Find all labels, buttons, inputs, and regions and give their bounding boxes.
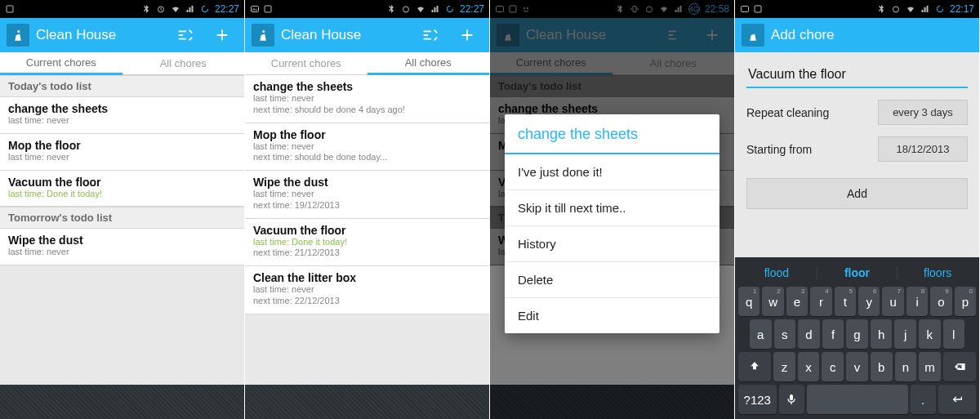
key-u[interactable]: u7 <box>882 287 903 316</box>
key-g[interactable]: g <box>846 319 868 349</box>
key-j[interactable]: j <box>894 319 916 349</box>
list-item[interactable]: Wipe the dust last time: never next time… <box>245 171 489 219</box>
key-z[interactable]: z <box>773 352 795 381</box>
tab-all[interactable]: All chores <box>368 52 490 75</box>
chore-name-input[interactable] <box>746 64 968 88</box>
key-w[interactable]: w2 <box>762 287 783 316</box>
list-item[interactable]: Mop the floor last time: never <box>0 134 244 171</box>
list-item[interactable]: Vacuum the floor last time: Done it toda… <box>0 171 244 207</box>
status-clock: 22:27 <box>460 3 484 15</box>
dialog-option-edit[interactable]: Edit <box>505 298 719 333</box>
tab-current[interactable]: Current chores <box>0 52 122 75</box>
dialog-title: change the sheets <box>505 114 719 154</box>
image-icon <box>250 4 260 14</box>
screen-add-chore: 22:17 Add chore Repeat cleaning every 3 … <box>735 0 980 419</box>
key-r[interactable]: r4 <box>810 287 831 316</box>
app-icon <box>252 24 274 47</box>
key-a[interactable]: a <box>750 319 772 349</box>
list-item[interactable]: change the sheets last time: never <box>0 97 244 134</box>
dialog-option-delete[interactable]: Delete <box>505 262 719 298</box>
dialog-option-done[interactable]: I've just done it! <box>505 154 719 190</box>
key-backspace[interactable] <box>943 352 976 381</box>
chore-list: Today's todo list change the sheets last… <box>0 75 244 265</box>
bluetooth-icon <box>141 4 151 14</box>
key-shift[interactable] <box>738 352 771 381</box>
suggestion[interactable]: floor <box>817 266 898 279</box>
submit-button[interactable]: Add <box>746 178 968 209</box>
key-f[interactable]: f <box>822 319 844 349</box>
key-symbols[interactable]: ?123 <box>738 385 777 414</box>
settings-button[interactable] <box>169 18 200 52</box>
repeat-picker[interactable]: every 3 days <box>878 100 968 125</box>
key-mic[interactable] <box>779 385 804 414</box>
key-space[interactable] <box>807 385 908 414</box>
status-bar: 22:27 <box>245 0 489 18</box>
key-x[interactable]: x <box>798 352 820 381</box>
key-q[interactable]: q1 <box>738 287 760 316</box>
action-bar: Clean House <box>245 18 489 52</box>
page-title: Add chore <box>771 27 973 43</box>
key-e[interactable]: e3 <box>786 287 808 316</box>
suggestion[interactable]: floors <box>898 266 978 279</box>
key-b[interactable]: b <box>871 352 893 381</box>
suggestion[interactable]: flood <box>737 266 817 279</box>
signal-icon <box>920 4 930 14</box>
list-item[interactable]: Vacuum the floor last time: Done it toda… <box>245 219 489 267</box>
repeat-label: Repeat cleaning <box>746 106 870 119</box>
app-title: Clean House <box>36 27 163 43</box>
tabs: Current chores All chores <box>0 52 244 75</box>
alarm-icon <box>891 4 901 14</box>
add-button[interactable] <box>207 18 238 52</box>
key-enter[interactable] <box>938 385 977 414</box>
key-p[interactable]: p0 <box>955 287 976 316</box>
screenshot-icon <box>5 4 15 14</box>
tab-current[interactable]: Current chores <box>245 53 368 74</box>
date-picker[interactable]: 18/12/2013 <box>878 136 968 162</box>
list-item[interactable]: Wipe the dust last time: never <box>0 229 244 265</box>
key-period[interactable]: . <box>911 385 936 414</box>
app-icon <box>742 24 764 47</box>
key-s[interactable]: s <box>774 319 796 349</box>
settings-button[interactable] <box>414 18 445 52</box>
app-icon <box>7 24 29 47</box>
bluetooth-icon <box>876 4 886 14</box>
action-bar: Clean House <box>0 18 244 52</box>
list-item[interactable]: change the sheets last time: never next … <box>245 75 489 123</box>
key-n[interactable]: n <box>895 352 917 381</box>
add-chore-form: Repeat cleaning every 3 days Starting fr… <box>735 52 979 209</box>
key-l[interactable]: l <box>943 319 965 349</box>
status-bar: 22:27 <box>0 0 244 18</box>
key-m[interactable]: m <box>919 352 941 381</box>
screen-context-menu: 4G 22:58 Clean House Current chores All … <box>490 0 735 419</box>
key-o[interactable]: o9 <box>930 287 951 316</box>
dialog-option-history[interactable]: History <box>505 226 719 262</box>
sync-icon <box>935 4 945 14</box>
add-button[interactable] <box>452 18 483 52</box>
context-dialog: change the sheets I've just done it! Ski… <box>505 114 719 333</box>
key-k[interactable]: k <box>919 319 941 349</box>
keyboard: flood floor floors q1w2e3r4t5y6u7i8o9p0 … <box>735 257 979 419</box>
bluetooth-icon <box>386 4 396 14</box>
status-bar: 22:17 <box>735 0 979 18</box>
tab-all[interactable]: All chores <box>122 53 245 74</box>
suggestion-bar: flood floor floors <box>737 261 978 285</box>
key-d[interactable]: d <box>798 319 820 349</box>
screen-current-chores: 22:27 Clean House Current chores All cho… <box>0 0 245 419</box>
nav-bar <box>0 385 244 419</box>
key-h[interactable]: h <box>871 319 893 349</box>
key-y[interactable]: y6 <box>858 287 880 316</box>
image-icon <box>740 4 750 14</box>
key-i[interactable]: i8 <box>906 287 928 316</box>
key-t[interactable]: t5 <box>835 287 856 316</box>
wifi-icon <box>906 4 915 14</box>
app-title: Clean House <box>281 27 408 43</box>
key-v[interactable]: v <box>846 352 868 381</box>
key-c[interactable]: c <box>822 352 844 381</box>
dialog-option-skip[interactable]: Skip it till next time.. <box>505 190 719 226</box>
svg-rect-11 <box>742 7 749 12</box>
list-item[interactable]: Mop the floor last time: never next time… <box>245 123 489 172</box>
nav-bar <box>245 385 489 419</box>
list-item[interactable]: Clean the litter box last time: never ne… <box>245 266 489 314</box>
sync-icon <box>200 4 210 14</box>
svg-point-13 <box>893 7 898 12</box>
